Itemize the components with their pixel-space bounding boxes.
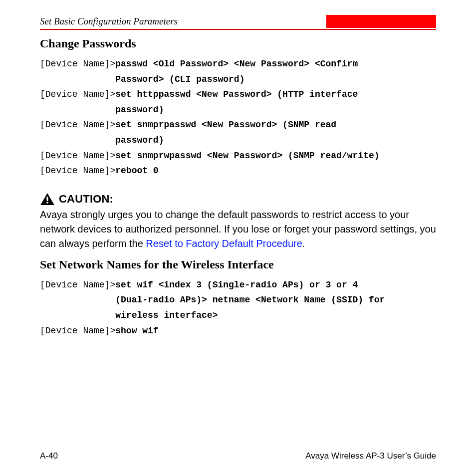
heading-change-passwords: Change Passwords: [40, 37, 436, 50]
cli-prompt: [Device Name]>: [40, 148, 115, 164]
cli-line: [Device Name]> set snmprpasswd <New Pass…: [40, 117, 436, 133]
cli-command: password): [115, 102, 164, 118]
cli-line: [Device Name]> password): [40, 133, 436, 148]
cli-line: [Device Name]> set wif <index 3 (Single-…: [40, 277, 436, 293]
cli-command: set wif <index 3 (Single-radio APs) or 3…: [115, 277, 358, 293]
cli-command: reboot 0: [115, 163, 158, 179]
cli-prompt: [Device Name]>: [40, 87, 115, 102]
cli-block-network-names: [Device Name]> set wif <index 3 (Single-…: [40, 277, 436, 338]
svg-rect-1: [46, 197, 48, 201]
cli-line: [Device Name]> passwd <Old Password> <Ne…: [40, 56, 436, 72]
guide-title: Avaya Wireless AP-3 User’s Guide: [305, 451, 436, 461]
heading-set-network-names: Set Network Names for the Wireless Inter…: [40, 258, 436, 271]
cli-line: [Device Name]> set httppasswd <New Passw…: [40, 87, 436, 102]
cli-line: [Device Name]> password): [40, 102, 436, 118]
cli-command: (Dual-radio APs)> netname <Network Name …: [115, 292, 385, 308]
page: Set Basic Configuration Parameters Chang…: [0, 0, 476, 476]
cli-line: [Device Name]> set snmprwpasswd <New Pas…: [40, 148, 436, 164]
cli-command: Password> (CLI password): [115, 72, 244, 87]
cli-line: [Device Name]> Password> (CLI password): [40, 72, 436, 87]
cli-block-passwords: [Device Name]> passwd <Old Password> <Ne…: [40, 56, 436, 179]
cli-prompt: [Device Name]>: [40, 323, 115, 339]
cli-command: password): [115, 133, 164, 148]
reset-factory-default-link[interactable]: Reset to Factory Default Procedure: [146, 238, 302, 249]
running-head-title: Set Basic Configuration Parameters: [40, 14, 178, 29]
warning-triangle-icon: [40, 193, 55, 206]
cli-command: wireless interface>: [115, 308, 218, 323]
caution-label: CAUTION:: [59, 193, 113, 206]
cli-command: set snmprpasswd <New Password> (SNMP rea…: [115, 117, 336, 133]
cli-line: [Device Name]> wireless interface>: [40, 308, 436, 323]
cli-prompt: [Device Name]>: [40, 277, 115, 293]
cli-line: [Device Name]> show wif: [40, 323, 436, 339]
cli-command: set httppasswd <New Password> (HTTP inte…: [115, 87, 358, 102]
cli-line: [Device Name]> (Dual-radio APs)> netname…: [40, 292, 436, 308]
cli-command: passwd <Old Password> <New Password> <Co…: [115, 56, 358, 72]
svg-rect-2: [46, 202, 48, 203]
cli-command: show wif: [115, 323, 158, 339]
caution-heading: CAUTION:: [40, 193, 436, 206]
cli-prompt: [Device Name]>: [40, 117, 115, 133]
page-footer: A-40 Avaya Wireless AP-3 User’s Guide: [40, 451, 436, 461]
caution-body: Avaya strongly urges you to change the d…: [40, 208, 436, 251]
cli-command: set snmprwpasswd <New Password> (SNMP re…: [115, 148, 379, 164]
page-header: Set Basic Configuration Parameters: [40, 14, 436, 30]
cli-line: [Device Name]> reboot 0: [40, 163, 436, 179]
header-color-block: [326, 15, 436, 28]
caution-text-post: .: [302, 238, 305, 249]
cli-prompt: [Device Name]>: [40, 163, 115, 179]
page-number: A-40: [40, 451, 58, 461]
cli-prompt: [Device Name]>: [40, 56, 115, 72]
